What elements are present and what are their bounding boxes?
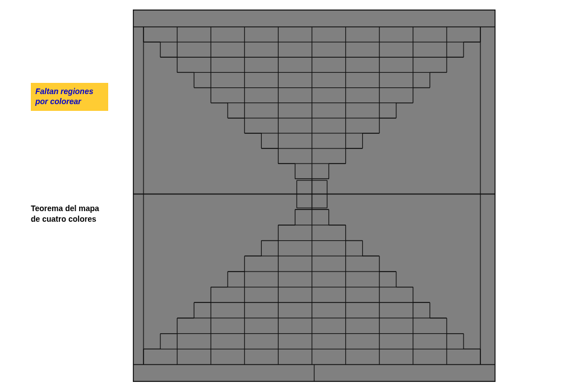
canvas: Faltan regiones por colorear Teorema del… [0, 0, 574, 392]
title-line-1: Teorema del mapa [31, 204, 99, 213]
status-line-1: Faltan regiones [35, 87, 93, 96]
status-badge: Faltan regiones por colorear [31, 83, 108, 111]
map-diagram[interactable] [133, 10, 495, 381]
title-line-2: de cuatro colores [31, 214, 96, 223]
map-svg [133, 10, 495, 381]
status-line-2: por colorear [35, 97, 81, 106]
page-title: Teorema del mapa de cuatro colores [31, 203, 126, 225]
